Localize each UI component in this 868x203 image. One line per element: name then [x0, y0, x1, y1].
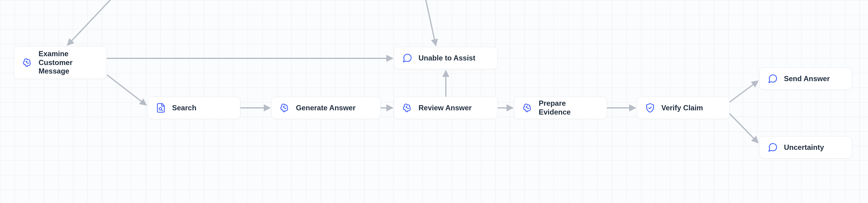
node-label: Prepare Evidence: [539, 99, 570, 117]
svg-point-4: [526, 107, 527, 108]
svg-point-3: [406, 107, 407, 108]
node-label: Send Answer: [784, 75, 830, 83]
node-label: Search: [172, 104, 196, 112]
node-label: Verify Claim: [661, 104, 703, 112]
node-label: Review Answer: [418, 104, 472, 112]
node-unable-to-assist[interactable]: Unable to Assist: [394, 47, 498, 69]
edge-examine-to-search: [107, 75, 146, 105]
node-examine-customer-message[interactable]: Examine Customer Message: [14, 46, 107, 79]
chat-icon: [768, 142, 778, 152]
svg-point-2: [283, 107, 284, 108]
brain-icon: [22, 57, 32, 68]
brain-icon: [280, 103, 290, 113]
brain-icon: [402, 103, 412, 113]
chat-icon: [402, 53, 412, 63]
node-label: Uncertainty: [784, 143, 824, 152]
node-label: Unable to Assist: [418, 54, 475, 63]
node-uncertainty[interactable]: Uncertainty: [760, 136, 852, 158]
node-review-answer[interactable]: Review Answer: [394, 97, 498, 119]
edge-offscreen-to-examine: [67, 0, 127, 45]
chat-icon: [768, 74, 778, 84]
file-search-icon: [156, 103, 166, 113]
node-label: Generate Answer: [296, 104, 356, 112]
node-generate-answer[interactable]: Generate Answer: [271, 97, 380, 119]
flow-canvas[interactable]: Examine Customer Message Search Generate…: [0, 0, 868, 203]
node-prepare-evidence[interactable]: Prepare Evidence: [514, 97, 607, 119]
edge-offscreen-to-unable: [422, 0, 436, 46]
edge-verify-to-uncertainty: [730, 114, 758, 143]
brain-icon: [522, 103, 533, 113]
node-label: Examine Customer Message: [38, 50, 72, 76]
node-send-answer[interactable]: Send Answer: [760, 67, 852, 90]
svg-point-0: [26, 61, 27, 62]
node-verify-claim[interactable]: Verify Claim: [637, 97, 730, 119]
shield-check-icon: [645, 103, 655, 113]
edge-verify-to-send: [730, 81, 758, 102]
node-search[interactable]: Search: [148, 97, 240, 119]
